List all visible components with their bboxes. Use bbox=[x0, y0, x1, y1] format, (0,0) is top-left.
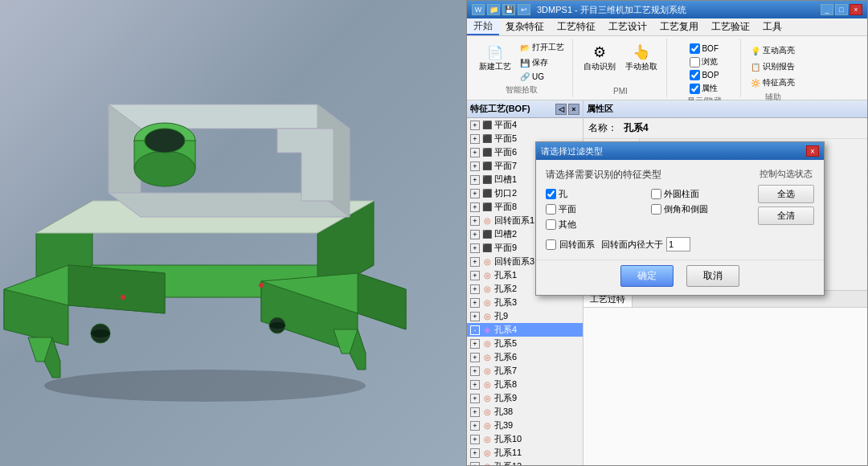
expand-hole7[interactable]: + bbox=[470, 366, 480, 376]
ribbon-group-label-file: 智能拾取 bbox=[506, 83, 538, 96]
expand-plane8[interactable]: + bbox=[470, 202, 480, 212]
report-label: 识别报告 bbox=[763, 61, 795, 72]
checkbox-plane[interactable] bbox=[546, 204, 556, 215]
tree-item-hole9[interactable]: + ◎ 孔9 bbox=[467, 309, 583, 323]
expand-plane6[interactable]: + bbox=[470, 148, 480, 157]
modal-footer: 确定 取消 bbox=[536, 260, 824, 295]
modal-dialog[interactable]: 请选择过滤类型 × 请选择需要识别的特征类型 孔 bbox=[535, 141, 825, 296]
rotary-label-mid: 回转面内径大于 bbox=[601, 239, 663, 251]
menu-item-feature[interactable]: 工艺特征 bbox=[551, 18, 602, 35]
new-process-button[interactable]: 📄 新建工艺 bbox=[475, 40, 515, 83]
report-button[interactable]: 📋 识别报告 bbox=[747, 59, 798, 74]
attr-checkbox-row: 属性 bbox=[690, 83, 719, 94]
tree-item-hole12[interactable]: + ◎ 孔系12 bbox=[467, 460, 583, 465]
tree-item-hole11[interactable]: + ◎ 孔系11 bbox=[467, 446, 583, 460]
rotary-value-input[interactable] bbox=[666, 237, 690, 251]
tree-item-hole39[interactable]: + ◎ 孔39 bbox=[467, 419, 583, 432]
expand-plane5[interactable]: + bbox=[470, 134, 480, 144]
icon-hole5: ◎ bbox=[481, 338, 493, 350]
icon-hole-series9: ◎ bbox=[481, 393, 493, 404]
expand-hole-series4[interactable]: - bbox=[470, 325, 480, 335]
checkbox-chamfer[interactable] bbox=[651, 204, 661, 215]
menu-item-complex[interactable]: 复杂特征 bbox=[499, 18, 551, 35]
open-process-button[interactable]: 📂 打开工艺 bbox=[517, 40, 567, 55]
tree-item-hole38[interactable]: + ◎ 孔38 bbox=[467, 405, 583, 419]
expand-hole1[interactable]: + bbox=[470, 271, 480, 280]
menu-item-tools[interactable]: 工具 bbox=[756, 18, 788, 35]
label-hole12: 孔系12 bbox=[494, 460, 522, 465]
expand-hole10[interactable]: + bbox=[470, 435, 480, 444]
checkbox-other[interactable] bbox=[546, 219, 556, 230]
tree-item-hole-series9[interactable]: + ◎ 孔系9 bbox=[467, 391, 583, 405]
attr-checkbox[interactable] bbox=[690, 84, 700, 94]
tree-item-plane4[interactable]: + ⬛ 平面4 bbox=[467, 118, 583, 132]
select-all-button[interactable]: 全选 bbox=[758, 185, 814, 203]
modal-close-button[interactable]: × bbox=[806, 145, 819, 157]
tree-item-hole10[interactable]: + ◎ 孔系10 bbox=[467, 432, 583, 446]
tree-item-hole3[interactable]: + ◎ 孔系3 bbox=[467, 296, 583, 309]
title-controls[interactable]: _ □ × bbox=[821, 4, 862, 15]
expand-hole3[interactable]: + bbox=[470, 298, 480, 308]
feature-highlight-icon: 🔆 bbox=[751, 79, 760, 88]
menu-item-design[interactable]: 工艺设计 bbox=[602, 18, 653, 35]
bof-checkbox[interactable] bbox=[690, 43, 700, 54]
auto-recognize-button[interactable]: ⚙ 自动识别 bbox=[579, 40, 620, 85]
minimize-button[interactable]: _ bbox=[821, 4, 833, 15]
tree-item-hole8[interactable]: + ◎ 孔系8 bbox=[467, 378, 583, 391]
tree-item-hole7[interactable]: + ◎ 孔系7 bbox=[467, 364, 583, 378]
tree-item-hole-series4[interactable]: - ◈ 孔系4 bbox=[467, 323, 583, 337]
expand-hole11[interactable]: + bbox=[470, 448, 480, 458]
expand-plane4[interactable]: + bbox=[470, 121, 480, 130]
ribbon-group-file: 📄 新建工艺 📂 打开工艺 💾 保存 🔗 UG bbox=[470, 39, 573, 97]
checkbox-outer-cylinder[interactable] bbox=[651, 189, 661, 199]
expand-rot1[interactable]: + bbox=[470, 216, 480, 226]
tree-item-hole6[interactable]: + ◎ 孔系6 bbox=[467, 350, 583, 364]
expand-hole5[interactable]: + bbox=[470, 339, 480, 349]
cancel-button[interactable]: 取消 bbox=[686, 265, 739, 287]
expand-slot2[interactable]: + bbox=[470, 230, 480, 239]
checkbox-rotary[interactable] bbox=[546, 239, 556, 250]
expand-rot3[interactable]: + bbox=[470, 257, 480, 267]
modal-left-section: 请选择需要识别的特征类型 孔 外圆柱面 bbox=[546, 168, 750, 251]
menu-item-start[interactable]: 开始 bbox=[467, 18, 499, 35]
tree-item-hole5[interactable]: + ◎ 孔系5 bbox=[467, 337, 583, 350]
panel-icon-2[interactable]: × bbox=[568, 104, 579, 115]
panel-icon-1[interactable]: ◁ bbox=[555, 104, 567, 115]
expand-hole-series9[interactable]: + bbox=[470, 394, 480, 403]
expand-hole8[interactable]: + bbox=[470, 380, 480, 390]
manual-pick-button[interactable]: 👆 手动拾取 bbox=[621, 40, 661, 85]
ug-button[interactable]: 🔗 UG bbox=[517, 71, 567, 83]
expand-hole12[interactable]: + bbox=[470, 462, 480, 466]
expand-plane7[interactable]: + bbox=[470, 161, 480, 171]
feature-highlight-button[interactable]: 🔆 特征高亮 bbox=[747, 76, 798, 90]
3d-viewport bbox=[0, 0, 470, 466]
ug-icon: 🔗 bbox=[520, 72, 530, 81]
expand-hole6[interactable]: + bbox=[470, 353, 480, 362]
svg-point-24 bbox=[121, 295, 125, 300]
checkbox-hole[interactable] bbox=[546, 189, 556, 199]
expand-hole38[interactable]: + bbox=[470, 407, 480, 417]
expand-slot1[interactable]: + bbox=[470, 175, 480, 185]
expand-hole2[interactable]: + bbox=[470, 284, 480, 294]
bop-checkbox[interactable] bbox=[690, 70, 700, 80]
maximize-button[interactable]: □ bbox=[835, 4, 848, 15]
label-hole-series9: 孔系9 bbox=[494, 392, 517, 404]
save-button[interactable]: 💾 保存 bbox=[517, 55, 567, 70]
browse-checkbox[interactable] bbox=[690, 57, 700, 67]
expand-hole9[interactable]: + bbox=[470, 312, 480, 321]
menu-item-reuse[interactable]: 工艺复用 bbox=[653, 18, 705, 35]
label-hole3: 孔系3 bbox=[494, 296, 517, 309]
menu-item-verify[interactable]: 工艺验证 bbox=[705, 18, 756, 35]
expand-plane9[interactable]: + bbox=[470, 243, 480, 253]
clear-all-button[interactable]: 全清 bbox=[758, 206, 814, 225]
svg-point-0 bbox=[44, 370, 366, 402]
confirm-button[interactable]: 确定 bbox=[620, 265, 674, 287]
expand-hole39[interactable]: + bbox=[470, 421, 480, 431]
close-button[interactable]: × bbox=[850, 4, 862, 15]
modal-rotary-row: 回转面系 回转面内径大于 bbox=[546, 237, 750, 251]
ribbon-file-buttons: 📄 新建工艺 📂 打开工艺 💾 保存 🔗 UG bbox=[475, 40, 567, 83]
expand-cut2[interactable]: + bbox=[470, 189, 480, 198]
label-plane8: 平面8 bbox=[494, 201, 517, 213]
label-hole38: 孔38 bbox=[494, 406, 513, 418]
highlight-button[interactable]: 💡 互动高亮 bbox=[747, 43, 798, 58]
